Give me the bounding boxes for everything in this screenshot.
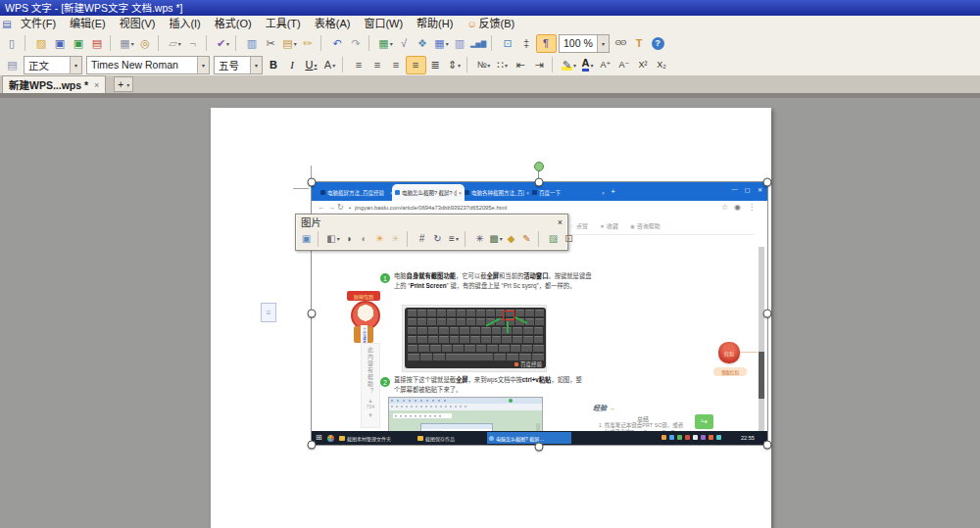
chevron-down-icon[interactable]: ▾: [197, 57, 209, 73]
thumbs-down-icon[interactable]: ▼: [368, 412, 373, 418]
paragraph-style-combo[interactable]: 正文 ▾: [24, 56, 82, 74]
tray-icon[interactable]: [685, 435, 690, 440]
cut-icon[interactable]: ✂: [262, 35, 280, 52]
selection-handle-top-center[interactable]: [535, 178, 544, 187]
columns-icon[interactable]: ▥: [451, 35, 469, 52]
tray-icon[interactable]: [709, 435, 713, 440]
bold-button[interactable]: B: [265, 57, 283, 73]
forward-icon[interactable]: →: [327, 203, 335, 213]
save-icon[interactable]: ▣: [51, 35, 70, 52]
picture-toolbar-header[interactable]: 图片 ×: [296, 215, 567, 229]
insert-picture-icon[interactable]: ▣: [299, 231, 315, 246]
title-bar[interactable]: WPS 文字 - [新建WPS文字 文档.wps *]: [0, 0, 980, 16]
browser-tab[interactable]: 电脑怎么截图? 截屏? (图文)×: [392, 184, 465, 201]
print-area-icon[interactable]: ¬: [184, 35, 203, 52]
reset-size-icon[interactable]: ✳: [472, 231, 488, 246]
redo-icon[interactable]: ↷: [347, 35, 366, 52]
menu-item[interactable]: 工具(T): [259, 16, 308, 32]
skin-icon[interactable]: T: [630, 35, 649, 52]
menu-item[interactable]: 文件(F): [14, 16, 63, 32]
browser-scrollbar[interactable]: [759, 247, 764, 431]
menu-item[interactable]: 编辑(E): [63, 16, 113, 32]
taskbar-folder-item[interactable]: 截图素材整理文件夹: [337, 432, 416, 444]
increase-indent-icon[interactable]: ⇥: [530, 57, 549, 73]
copy-icon[interactable]: ▥: [243, 35, 262, 52]
reload-icon[interactable]: ↻: [337, 203, 344, 213]
menu-item[interactable]: 视图(V): [113, 16, 163, 32]
selection-handle-top-right[interactable]: [763, 178, 772, 187]
format-painter-icon[interactable]: ✏: [299, 35, 318, 52]
export-pdf-icon[interactable]: ▤: [88, 35, 107, 52]
browser-menu-icon[interactable]: ⋮: [748, 203, 756, 213]
share-button[interactable]: ↪: [695, 414, 713, 429]
superscript-icon[interactable]: X²: [634, 57, 653, 73]
selection-handle-bottom-left[interactable]: [308, 441, 317, 450]
edit-points-icon[interactable]: ✎: [519, 231, 535, 246]
close-icon[interactable]: ×: [558, 217, 563, 227]
browser-tab[interactable]: 电脑截屏方法_百度经验×: [318, 184, 396, 201]
show-marks-icon[interactable]: ¶: [536, 34, 557, 53]
tray-icon[interactable]: [669, 435, 674, 440]
underline-button[interactable]: U▾: [302, 57, 320, 73]
style-gallery-icon[interactable]: ▤: [3, 57, 22, 73]
document-area[interactable]: ≡ 电脑截屏方法_百度经验×电脑怎么截图? 截屏? (图文)×电脑各种截图方法_…: [0, 98, 980, 528]
decrease-contrast-icon[interactable]: ◐: [357, 231, 372, 246]
paste-icon[interactable]: ▤▾: [280, 35, 299, 52]
justify-icon[interactable]: ≡: [406, 56, 426, 74]
data-entry-icon[interactable]: ❖: [414, 35, 432, 52]
address-bar[interactable]: jingyan.baidu.com/article/0694a73dbb9392…: [355, 205, 507, 211]
set-transparent-color-icon[interactable]: ▨: [546, 231, 562, 246]
highlight-color-icon[interactable]: ✎▾: [560, 57, 578, 73]
menu-item[interactable]: 格式(O): [208, 16, 259, 32]
grow-font-icon[interactable]: A⁺: [597, 57, 615, 73]
browser-scrollbar-thumb[interactable]: [759, 352, 764, 399]
font-family-combo[interactable]: Times New Roman ▾: [86, 56, 210, 74]
zoom-combo[interactable]: 100 % ▾: [559, 34, 610, 53]
chevron-down-icon[interactable]: ▾: [597, 35, 609, 52]
menu-item[interactable]: 帮助(H): [410, 16, 460, 32]
line-spacing-icon[interactable]: ⇕▾: [445, 57, 464, 73]
formula-icon[interactable]: √: [395, 35, 414, 52]
text-wrap-icon[interactable]: ▩▾: [488, 231, 504, 246]
decrease-brightness-icon[interactable]: ☀: [388, 231, 404, 246]
page-setup-icon[interactable]: ▱▾: [166, 35, 184, 52]
new-document-icon[interactable]: ▯: [3, 35, 22, 52]
open-icon[interactable]: ▨: [32, 35, 51, 52]
back-icon[interactable]: ←: [318, 203, 325, 213]
tray-icon[interactable]: [716, 435, 721, 440]
browser-tab[interactable]: 电脑各种截图方法_百度经验×: [462, 184, 532, 201]
char-border-icon[interactable]: A▾: [320, 57, 339, 73]
red-packet-label[interactable]: 领取红包: [713, 367, 747, 376]
line-style-icon[interactable]: ≡▾: [446, 231, 462, 246]
font-size-combo[interactable]: 五号 ▾: [214, 56, 263, 74]
selection-handle-bottom-center[interactable]: [535, 443, 544, 452]
rotate-icon[interactable]: ↻: [430, 231, 446, 246]
browser-new-tab-button[interactable]: +: [608, 186, 618, 197]
numbered-list-icon[interactable]: №▾: [474, 57, 493, 73]
print-icon[interactable]: ▦▾: [118, 35, 136, 52]
color-mode-icon[interactable]: ◧▾: [325, 231, 341, 246]
tray-icon[interactable]: [662, 435, 666, 440]
menu-item[interactable]: 表格(A): [308, 16, 358, 32]
selection-handle-top-left[interactable]: [308, 178, 317, 187]
save-all-icon[interactable]: ▣: [70, 35, 88, 52]
chevron-down-icon[interactable]: ▾: [250, 57, 262, 73]
increase-brightness-icon[interactable]: ☀: [372, 231, 388, 246]
fill-color-icon[interactable]: ◆: [504, 231, 519, 246]
tab-close-icon[interactable]: ×: [602, 190, 605, 196]
font-color-icon[interactable]: A▾: [578, 57, 597, 73]
insert-anchor-icon[interactable]: ‡: [517, 35, 536, 52]
menu-item[interactable]: 窗口(W): [357, 16, 410, 32]
find-icon[interactable]: ʘʘ: [612, 35, 630, 52]
cortana-icon[interactable]: [327, 435, 334, 442]
document-tab[interactable]: 新建WPS...wps * ×: [2, 75, 106, 93]
chart-icon[interactable]: ▂▅▇: [469, 35, 488, 52]
profile-avatar-icon[interactable]: ◉: [734, 203, 741, 213]
start-button[interactable]: ⊞: [316, 434, 322, 442]
bullet-list-icon[interactable]: ∷▾: [493, 57, 512, 73]
tray-icon[interactable]: [693, 435, 698, 440]
distribute-icon[interactable]: ≣: [426, 57, 445, 73]
rotate-handle[interactable]: [534, 162, 544, 171]
browser-maximize-button[interactable]: ▢: [741, 182, 754, 196]
chevron-down-icon[interactable]: ▾: [126, 81, 129, 88]
